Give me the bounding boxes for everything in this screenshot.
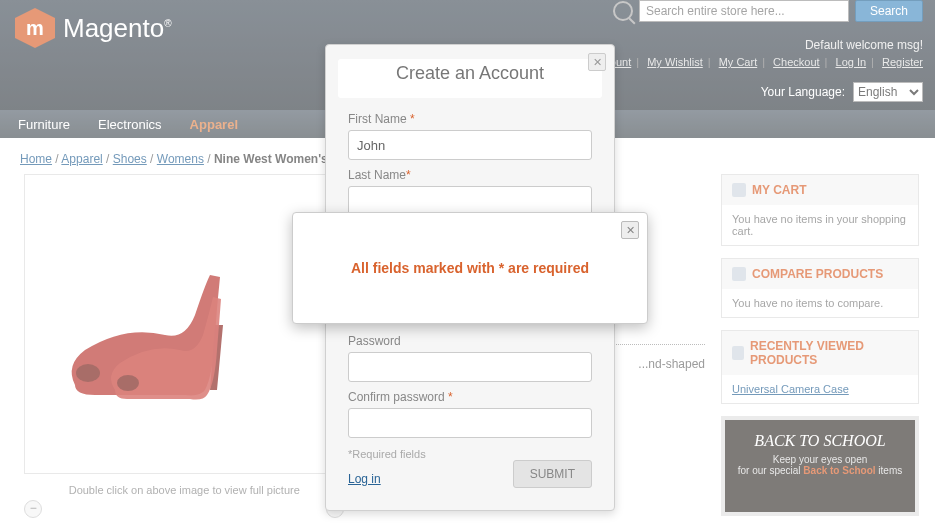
modal-title: Create an Account bbox=[338, 59, 602, 98]
first-name-input[interactable] bbox=[348, 130, 592, 160]
confirm-password-label: Confirm password * bbox=[348, 390, 592, 404]
last-name-label: Last Name* bbox=[348, 168, 592, 182]
first-name-label: First Name * bbox=[348, 112, 592, 126]
close-icon[interactable]: ✕ bbox=[621, 221, 639, 239]
password-input[interactable] bbox=[348, 352, 592, 382]
confirm-password-input[interactable] bbox=[348, 408, 592, 438]
login-link[interactable]: Log in bbox=[348, 472, 381, 486]
submit-button[interactable]: SUBMIT bbox=[513, 460, 592, 488]
close-icon[interactable]: ✕ bbox=[588, 53, 606, 71]
alert-text: All fields marked with * are required bbox=[351, 260, 589, 276]
validation-alert: ✕ All fields marked with * are required bbox=[292, 212, 648, 324]
password-label: Password bbox=[348, 334, 592, 348]
